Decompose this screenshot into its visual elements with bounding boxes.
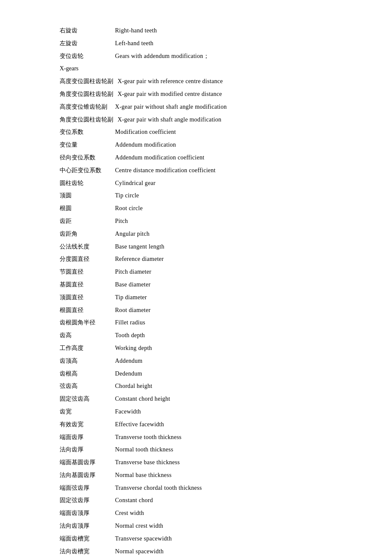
term-en: Gears with addendum modification； [115,51,209,61]
list-item: 节圆直径Pitch diameter [60,267,332,277]
list-item: 齿距Pitch [60,216,332,226]
list-item: 有效齿宽Effective facewidth [60,419,332,430]
term-en: Normal base thickness [115,470,172,480]
term-en: Effective facewidth [115,419,164,430]
term-en: Chordal height [115,381,153,391]
term-en: Addendum [115,356,142,366]
list-item: 法向齿顶厚Normal crest width [60,521,332,531]
term-cn: 齿距角 [60,229,111,239]
term-en: Angular pitch [115,229,150,239]
list-item: 工作高度Working depth [60,343,332,353]
list-item: 齿根圆角半径Fillet radius [60,318,332,328]
list-item: 角度变位圆柱齿轮副X-gear pair with modified centr… [60,89,332,99]
list-item: 变位齿轮Gears with addendum modification； [60,51,332,61]
list-item: 法向齿槽宽Normal spacewidth [60,546,332,555]
term-cn: 法向齿厚 [60,445,111,455]
term-en: Normal tooth thickness [115,445,173,455]
term-cn: 端面基圆齿厚 [60,457,111,468]
term-en: Crest width [115,508,144,518]
term-cn: 齿距 [60,216,111,226]
term-en: X-gear pair with modified centre distanc… [118,89,222,99]
list-item: 径向变位系数Addendum modification coefficient [60,153,332,163]
list-item: 高度变位圆柱齿轮副X-gear pair with reference cent… [60,76,332,87]
term-cn: 齿高 [60,330,111,341]
term-cn: 变位齿轮 [60,51,111,61]
term-cn: 中心距变位系数 [60,165,111,176]
list-item: 法向基圆齿厚Normal base thickness [60,470,332,480]
term-cn: 顶圆 [60,191,111,201]
term-en: Transverse chordal tooth thickness [115,483,202,493]
term-list: 右旋齿Right-hand teeth左旋齿Left-hand teeth变位齿… [60,26,332,555]
term-en: Cylindrical gear [115,178,156,188]
term-cn: 法向齿槽宽 [60,546,111,555]
list-item: 齿顶高Addendum [60,356,332,366]
term-en: X-gear pair without shaft angle modifica… [115,102,227,112]
term-cn: 法向基圆齿厚 [60,470,111,480]
term-cn: 基圆直径 [60,280,111,290]
term-en: X-gear pair with shaft angle modificatio… [118,115,222,125]
term-cn: 固定弦齿高 [60,394,111,404]
list-item: 根圆直径Root diameter [60,305,332,315]
term-cn: 根圆 [60,203,111,214]
term-en: Addendum modification coefficient [115,153,205,163]
term-en: Constant chord [115,495,153,506]
list-item: 端面齿槽宽Transverse spacewidth [60,534,332,544]
term-en: Right-hand teeth [115,26,157,36]
term-cn: 有效齿宽 [60,419,111,430]
term-en: Reference diameter [115,254,164,264]
list-item: 分度圆直径Reference diameter [60,254,332,264]
list-item: 高度变位锥齿轮副X-gear pair without shaft angle … [60,102,332,112]
list-item: 顶圆Tip circle [60,191,332,201]
list-item: 固定弦齿高Constant chord height [60,394,332,404]
term-cn: 齿根圆角半径 [60,318,111,328]
term-cn: 径向变位系数 [60,153,111,163]
term-en: Working depth [115,343,152,353]
term-en: Tip diameter [115,292,147,303]
list-item: 根圆Root circle [60,203,332,214]
term-en: Tooth depth [115,330,145,341]
term-en: Root circle [115,203,143,214]
term-en: Transverse base thickness [115,457,180,468]
list-item: 基圆直径Base diameter [60,280,332,290]
term-cn: 分度圆直径 [60,254,111,264]
term-cn: 角度变位圆柱齿轮副 [60,115,113,125]
term-cn: 端面弦齿厚 [60,483,111,493]
term-cn: 法向齿顶厚 [60,521,111,531]
term-en: X-gear pair with reference centre distan… [118,76,223,87]
term-en: Addendum modification [115,140,176,150]
term-en: Modification coefficient [115,127,176,137]
term-en: Facewidth [115,407,141,417]
term-cn: 高度变位圆柱齿轮副 [60,76,113,87]
list-item: 固定弦齿厚Constant chord [60,495,332,506]
term-cn: 变位量 [60,140,111,150]
term-en: Base tangent length [115,242,164,252]
list-item: 公法线长度Base tangent length [60,242,332,252]
term-cn: 角度变位圆柱齿轮副 [60,89,113,99]
term-cn: 齿根高 [60,369,111,379]
list-item: 齿根高Dedendum [60,369,332,379]
list-item: 端面齿厚Transverse tooth thickness [60,432,332,442]
term-cn: 变位系数 [60,127,111,137]
term-cn: 工作高度 [60,343,111,353]
term-cn: 端面齿厚 [60,432,111,442]
term-cn: 端面齿顶厚 [60,508,111,518]
term-cn: 齿顶高 [60,356,111,366]
list-item: 齿距角Angular pitch [60,229,332,239]
term-cn: 固定弦齿厚 [60,495,111,506]
list-item: 角度变位圆柱齿轮副X-gear pair with shaft angle mo… [60,115,332,125]
list-item: 左旋齿Left-hand teeth [60,38,332,49]
list-item: 圆柱齿轮Cylindrical gear [60,178,332,188]
term-cn: 圆柱齿轮 [60,178,111,188]
list-item: 中心距变位系数Centre distance modification coef… [60,165,332,176]
term-cn: 左旋齿 [60,38,111,49]
list-item: 变位量Addendum modification [60,140,332,150]
term-cn: 顶圆直径 [60,292,111,303]
term-cn: 公法线长度 [60,242,111,252]
list-item: 端面齿顶厚Crest width [60,508,332,518]
term-cn: X-gears [60,64,111,74]
term-en: Pitch [115,216,128,226]
term-en: Root diameter [115,305,150,315]
term-en: Normal spacewidth [115,546,164,555]
list-item: 齿宽Facewidth [60,407,332,417]
term-cn: 弦齿高 [60,381,111,391]
